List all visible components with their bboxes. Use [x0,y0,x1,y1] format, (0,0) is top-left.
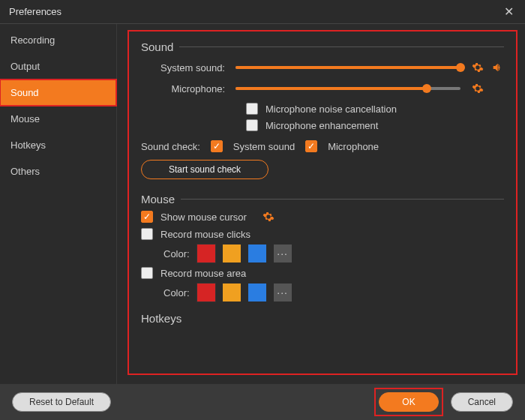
color-swatch-orange[interactable] [223,244,241,262]
gear-icon[interactable] [471,61,484,74]
record-clicks-label: Record mouse clicks [160,229,250,240]
speaker-icon[interactable] [490,61,504,74]
record-clicks-checkbox[interactable] [141,228,153,240]
color-label: Color: [164,248,190,260]
color-swatch-more[interactable]: ··· [274,244,292,262]
gear-icon[interactable] [262,210,275,224]
section-title-mouse: Mouse [141,193,504,206]
sidebar-item-output[interactable]: Output [0,53,116,80]
ok-button[interactable]: OK [379,392,438,412]
soundcheck-system-label: System sound [233,141,295,152]
color-swatch-red[interactable] [197,284,215,302]
record-area-checkbox[interactable] [141,267,153,279]
color-swatch-red[interactable] [197,244,215,262]
sound-title-text: Sound [141,40,173,53]
sidebar-item-sound[interactable]: Sound [0,80,116,106]
soundcheck-mic-checkbox[interactable] [305,140,317,152]
footer: Reset to Default OK Cancel [0,384,525,420]
system-sound-label: System sound: [141,62,225,74]
color-label: Color: [164,287,190,298]
soundcheck-system-checkbox[interactable] [211,140,223,152]
cancel-button[interactable]: Cancel [451,392,513,412]
color-swatch-blue[interactable] [248,284,266,302]
sidebar-item-mouse[interactable]: Mouse [0,106,116,132]
sound-check-label: Sound check: [141,141,200,152]
show-cursor-checkbox[interactable] [141,211,153,223]
hotkeys-title-text: Hotkeys [141,312,182,325]
sidebar-item-others[interactable]: Others [0,158,116,184]
noise-cancellation-checkbox[interactable] [246,103,258,115]
mouse-title-text: Mouse [141,193,175,206]
ok-highlight: OK [374,388,442,416]
noise-cancellation-label: Microphone noise cancellation [266,104,397,115]
record-area-label: Record mouse area [160,268,246,279]
sidebar: Recording Output Sound Mouse Hotkeys Oth… [0,24,117,384]
mic-enhancement-checkbox[interactable] [246,119,258,131]
sidebar-item-recording[interactable]: Recording [0,27,116,53]
section-title-hotkeys: Hotkeys [141,312,504,325]
reset-to-default-button[interactable]: Reset to Default [12,392,111,412]
system-sound-slider[interactable] [236,66,460,69]
color-swatch-more[interactable]: ··· [274,284,292,302]
section-title-sound: Sound [141,40,504,53]
soundcheck-mic-label: Microphone [328,141,379,152]
show-cursor-label: Show mouse cursor [160,212,247,223]
sidebar-item-hotkeys[interactable]: Hotkeys [0,132,116,158]
gear-icon[interactable] [471,82,484,95]
close-icon[interactable]: ✕ [504,6,516,18]
color-swatch-blue[interactable] [248,244,266,262]
start-sound-check-button[interactable]: Start sound check [141,160,268,179]
mic-enhancement-label: Microphone enhancement [266,120,378,131]
color-swatch-orange[interactable] [223,284,241,302]
microphone-label: Microphone: [141,83,225,94]
window-title: Preferences [9,6,62,17]
content-panel: Sound System sound: Microphone: [128,30,518,375]
microphone-slider[interactable] [236,87,460,90]
